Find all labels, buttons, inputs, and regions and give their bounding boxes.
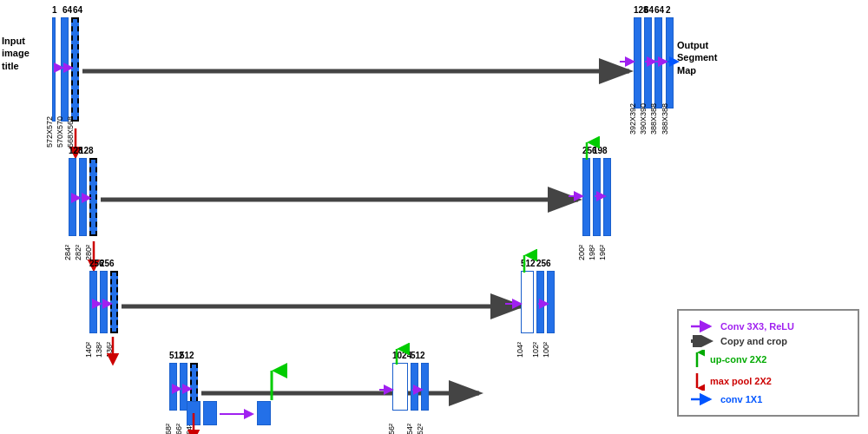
legend-red-arrow-icon [689,372,705,391]
upconv-arrow-r3 [517,253,531,274]
copy-crop-arrow-r4 [201,385,488,402]
conv-arrow-r1-r2 [645,56,657,67]
legend-gray-arrow-icon [689,335,715,347]
legend-purple-arrow-icon [689,320,715,332]
upconv-arrow-r5 [265,369,279,404]
conv-arrow-r4-r2 [412,385,424,395]
conv-arrow-r2-2 [82,193,92,203]
conv-arrow-r4-r1 [379,385,394,395]
conv1x1-arrow-r1 [667,56,680,67]
block-r4-right-0: 1024 56² [392,363,408,412]
upconv-arrow-r2 [580,141,594,161]
block-r5-3: 28² [257,401,271,427]
legend-conv1x1: conv 1X1 [689,393,847,405]
conv-arrow-r1-r3 [656,56,668,67]
conv-arrow-r2-1 [71,193,82,203]
conv-arrow-r3-r1 [505,299,523,309]
block-r5-2: 30² [203,401,217,427]
output-label: OutputSegmentMap [677,39,755,76]
conv-arrow-r3-1 [92,299,102,309]
conv-arrow-r4-1 [172,384,182,394]
block-r3-right-0: 512 104² [521,271,534,335]
legend-green-arrow-icon [689,350,705,369]
conv-arrow-r3-2 [102,299,113,309]
conv-arrow-r3-r2 [538,299,549,309]
legend-conv-relu: Conv 3X3, ReLU [689,320,847,332]
conv-arrow-r1-2 [63,62,74,73]
maxpool-arrow-r3 [106,337,120,363]
conv-arrow-r2-r2 [595,191,607,201]
legend-copy-crop: Copy and crop [689,335,847,347]
copy-crop-arrow-r3 [122,298,529,315]
canvas: Inputimagetitle 1 572X572 64 570X570 64 … [0,0,868,434]
copy-crop-arrow-r1 [82,62,638,80]
legend-blue-arrow-icon [689,393,715,405]
legend: Conv 3X3, ReLU Copy and crop up-conv 2X2 [677,309,859,417]
upconv-arrow-r4 [390,347,404,366]
legend-maxpool: max pool 2X2 [689,372,847,391]
legend-upconv: up-conv 2X2 [689,350,847,369]
conv-arrow-r4-2 [182,384,193,394]
conv-arrow-r5-1 [220,409,254,419]
conv-arrow-r1-r1 [620,56,635,67]
maxpool-arrow-r4 [187,413,201,434]
copy-crop-arrow-r2 [101,191,587,208]
input-label: Inputimagetitle [2,35,54,72]
conv-arrow-r2-r1 [569,191,584,201]
